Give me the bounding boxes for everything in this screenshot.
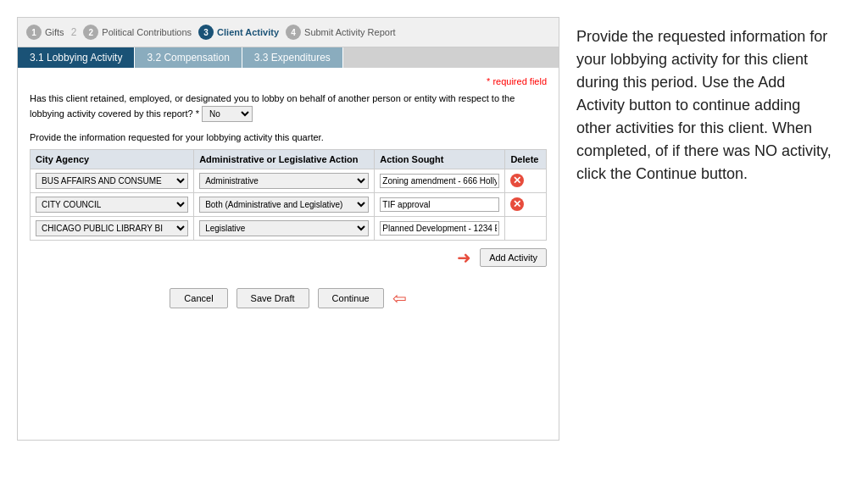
city-agency-select-3[interactable]: CHICAGO PUBLIC LIBRARY BI [36, 220, 188, 236]
save-draft-button[interactable]: Save Draft [236, 288, 309, 308]
required-text: required field [492, 76, 547, 86]
col-action-type: Administrative or Legislative Action [194, 149, 375, 169]
city-agency-select-1[interactable]: BUS AFFAIRS AND CONSUME [36, 173, 188, 189]
delete-button-1[interactable]: ✕ [510, 174, 524, 187]
step-3-circle: 3 [198, 25, 214, 40]
step-1: 1 Gifts [26, 25, 64, 40]
sub-tab-lobbying[interactable]: 3.1 Lobbying Activity [18, 47, 135, 68]
sub-tab-compensation[interactable]: 3.2 Compensation [135, 47, 242, 68]
action-type-cell-2: Administrative Legislative Both (Adminis… [194, 192, 375, 216]
action-sought-input-3[interactable] [380, 221, 499, 236]
sub-tab-expenditures[interactable]: 3.3 Expenditures [242, 47, 343, 68]
delete-cell-1: ✕ [505, 169, 547, 192]
question-row: Has this client retained, employed, or d… [30, 92, 547, 122]
city-agency-cell-2: CITY COUNCIL [31, 192, 194, 216]
question-label: Has this client retained, employed, or d… [30, 93, 515, 119]
delete-icon-1: ✕ [510, 174, 524, 187]
action-sought-cell-1 [375, 169, 505, 192]
table-row: CITY COUNCIL Administrative Legislative … [31, 192, 547, 216]
step-4-circle: 4 [286, 25, 301, 40]
step-1-circle: 1 [26, 25, 42, 40]
step-4-label: Submit Activity Report [304, 27, 396, 37]
table-row: BUS AFFAIRS AND CONSUME Administrative L… [31, 169, 547, 192]
col-delete: Delete [505, 149, 547, 169]
delete-cell-2: ✕ [505, 192, 547, 216]
step-3-label: Client Activity [217, 27, 279, 37]
divider-1: 2 [71, 26, 77, 38]
delete-button-2[interactable]: ✕ [510, 197, 524, 211]
continue-button[interactable]: Continue [318, 288, 384, 308]
step-2-circle: 2 [83, 25, 98, 40]
city-agency-cell-3: CHICAGO PUBLIC LIBRARY BI [31, 216, 194, 240]
action-sought-input-2[interactable] [380, 197, 499, 212]
action-type-select-2[interactable]: Administrative Legislative Both (Adminis… [199, 197, 369, 213]
delete-cell-3 [505, 216, 547, 240]
step-3: 3 Client Activity [198, 25, 279, 40]
description-text: Provide the requested information for yo… [576, 25, 834, 186]
form-panel: 1 Gifts 2 2 Political Contributions 3 Cl… [17, 17, 559, 441]
step-1-label: Gifts [45, 27, 64, 37]
step-4: 4 Submit Activity Report [286, 25, 396, 40]
action-sought-cell-3 [375, 216, 505, 240]
col-city-agency: City Agency [31, 149, 194, 169]
activity-table: City Agency Administrative or Legislativ… [30, 149, 547, 241]
step-2-label: Political Contributions [102, 27, 192, 37]
action-type-cell-3: Administrative Legislative Both (Adminis… [194, 216, 375, 240]
city-agency-cell-1: BUS AFFAIRS AND CONSUME [31, 169, 194, 192]
delete-icon-2: ✕ [510, 197, 524, 211]
sub-tabs: 3.1 Lobbying Activity 3.2 Compensation 3… [18, 47, 559, 68]
col-action-sought: Action Sought [375, 149, 505, 169]
footer-buttons: Cancel Save Draft Continue ⇦ [18, 281, 559, 315]
add-activity-row: ➜ Add Activity [30, 247, 547, 268]
action-sought-input-1[interactable] [380, 174, 499, 188]
arrow-left-icon: ⇦ [392, 288, 407, 308]
city-agency-select-2[interactable]: CITY COUNCIL [36, 197, 188, 213]
table-row: CHICAGO PUBLIC LIBRARY BI Administrative… [31, 216, 547, 240]
table-header-row: City Agency Administrative or Legislativ… [31, 149, 547, 169]
form-content: * required field Has this client retaine… [18, 68, 559, 281]
action-type-select-3[interactable]: Administrative Legislative Both (Adminis… [199, 220, 369, 236]
question-select[interactable]: No Yes [202, 106, 253, 122]
step-2: 2 Political Contributions [83, 25, 192, 40]
cancel-button[interactable]: Cancel [170, 288, 227, 308]
action-sought-cell-2 [375, 192, 505, 216]
right-panel: Provide the requested information for yo… [559, 17, 851, 194]
required-note: * required field [30, 76, 547, 86]
action-type-cell-1: Administrative Legislative Both (Adminis… [194, 169, 375, 192]
section-label: Provide the information requested for yo… [30, 132, 547, 142]
action-type-select-1[interactable]: Administrative Legislative Both (Adminis… [199, 173, 369, 189]
add-activity-button[interactable]: Add Activity [480, 248, 547, 267]
required-asterisk: * [487, 76, 490, 86]
arrow-right-icon: ➜ [457, 247, 471, 268]
wizard-steps: 1 Gifts 2 2 Political Contributions 3 Cl… [18, 18, 559, 47]
